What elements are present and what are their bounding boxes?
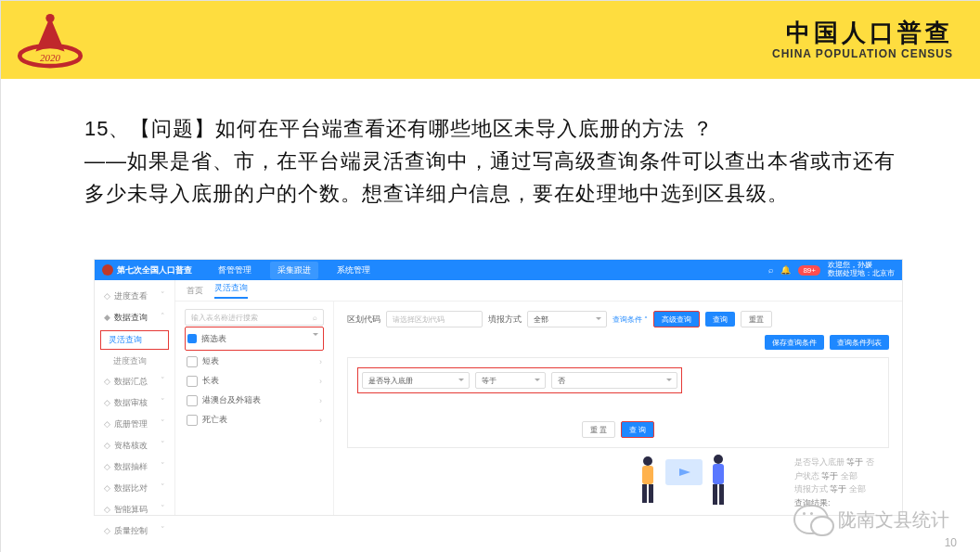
svg-rect-7 xyxy=(642,484,647,503)
svg-rect-6 xyxy=(642,466,653,484)
table-item-hk[interactable]: 港澳台及外籍表› xyxy=(185,391,324,410)
census-logo: 2020 xyxy=(14,10,86,70)
label-fillmode: 填报方式 xyxy=(488,314,522,326)
side-flexquery[interactable]: 灵活查询 xyxy=(100,330,169,350)
svg-rect-11 xyxy=(713,484,717,505)
svg-rect-10 xyxy=(713,464,724,484)
condition-panel: 是否导入底册 等于 否 重 置 查 询 xyxy=(347,357,889,448)
crumb-current: 灵活查询 xyxy=(214,282,248,299)
table-item-long[interactable]: 长表› xyxy=(185,371,324,391)
user-info: 欢迎您，孙媛 数据处理地：北京市 xyxy=(828,262,895,278)
areacode-input[interactable]: 请选择区划代码 xyxy=(386,311,483,327)
brand-title-en: CHINA POPULATION CENSUS xyxy=(772,47,953,60)
save-condition-button[interactable]: 保存查询条件 xyxy=(765,335,824,350)
svg-point-5 xyxy=(643,456,652,466)
question-text: 15、【问题】如何在平台端查看还有哪些地区未导入底册的方法 ？ ——如果是省、市… xyxy=(1,79,980,216)
crumb-home[interactable]: 首页 xyxy=(187,285,203,297)
table-item-short[interactable]: 短表› xyxy=(185,352,324,371)
app-logo-icon xyxy=(102,264,113,276)
census-logo-icon: 2020 xyxy=(14,10,86,70)
query-button[interactable]: 查询 xyxy=(705,312,735,327)
table-search-input[interactable]: 输入表名称进行搜索⌕ xyxy=(185,309,324,326)
cond-field-select[interactable]: 是否导入底册 xyxy=(362,372,470,389)
side-summary[interactable]: ◇数据汇总˅ xyxy=(95,371,174,392)
side-dataquery[interactable]: ◆数据查询˄ xyxy=(95,307,174,328)
svg-point-1 xyxy=(45,14,54,22)
brand-block: 中国人口普查 CHINA POPULATION CENSUS xyxy=(772,19,953,61)
search-icon[interactable]: ⌕ xyxy=(768,265,773,275)
table-item-death[interactable]: 死亡表› xyxy=(185,410,324,430)
svg-rect-12 xyxy=(719,484,724,505)
side-progquery[interactable]: 进度查询 xyxy=(95,352,174,371)
svg-text:2020: 2020 xyxy=(40,52,60,63)
query-form: 区划代码 请选择区划代码 填报方式 全部 查询条件 ˄ 高级查询 查询 重置 保… xyxy=(334,302,902,515)
svg-rect-8 xyxy=(649,484,653,503)
panel-reset-button[interactable]: 重 置 xyxy=(582,421,615,438)
question-line1: 15、【问题】如何在平台端查看还有哪些地区未导入底册的方法 ？ xyxy=(84,112,907,145)
table-list: 输入表名称进行搜索⌕ 摘选表 短表› 长表› 港澳台及外籍表› 死亡表› xyxy=(175,302,334,515)
side-quality[interactable]: ◇质量控制˅ xyxy=(95,520,174,542)
nav-tab-supervise[interactable]: 督管管理 xyxy=(211,262,259,279)
side-qualify[interactable]: ◇资格核改˅ xyxy=(95,435,174,456)
result-summary: 是否导入底册 等于 否 户状态 等于 全部 填报方式 等于 全部 查询结果: xyxy=(794,456,874,509)
advanced-query-button[interactable]: 高级查询 xyxy=(653,311,700,327)
notif-badge[interactable]: 89+ xyxy=(798,265,820,276)
panel-query-button[interactable]: 查 询 xyxy=(621,421,654,438)
side-sample[interactable]: ◇数据抽样˅ xyxy=(95,456,174,478)
watermark-text: 陇南文县统计 xyxy=(838,507,949,533)
app-sidebar: ◇进度查看˅ ◆数据查询˄ 灵活查询 进度查询 ◇数据汇总˅ ◇数据审核˅ ◇底… xyxy=(95,280,175,515)
nav-tab-system[interactable]: 系统管理 xyxy=(329,262,378,279)
slide-header: 2020 中国人口普查 CHINA POPULATION CENSUS xyxy=(1,1,980,79)
side-compare[interactable]: ◇数据比对˅ xyxy=(95,478,174,499)
question-line2: ——如果是省、市，在平台端灵活查询中，通过写高级查询条件可以查出本省或市还有多少… xyxy=(84,145,907,210)
table-item-summary[interactable]: 摘选表 xyxy=(185,327,324,351)
side-smart[interactable]: ◇智能算码˅ xyxy=(95,499,174,520)
nav-tab-collect[interactable]: 采集跟进 xyxy=(270,262,318,279)
fillmode-select[interactable]: 全部 xyxy=(527,311,607,327)
app-title: 第七次全国人口普查 xyxy=(117,264,192,276)
brand-title-cn: 中国人口普查 xyxy=(772,19,953,47)
side-progress[interactable]: ◇进度查看˅ xyxy=(95,286,174,307)
reset-button[interactable]: 重置 xyxy=(741,311,772,327)
condition-list-button[interactable]: 查询条件列表 xyxy=(830,335,889,350)
link-conditions[interactable]: 查询条件 ˄ xyxy=(612,315,648,325)
side-audit[interactable]: ◇数据审核˅ xyxy=(95,392,174,414)
illustration-icon xyxy=(614,441,744,515)
svg-point-9 xyxy=(714,455,723,464)
wechat-icon xyxy=(793,505,829,534)
app-navbar: 第七次全国人口普查 督管管理 采集跟进 系统管理 ⌕ 🔔 89+ 欢迎您，孙媛 … xyxy=(95,260,902,280)
condition-row: 是否导入底册 等于 否 xyxy=(357,367,682,393)
cond-value-select[interactable]: 否 xyxy=(551,372,677,389)
cond-op-select[interactable]: 等于 xyxy=(475,372,546,389)
app-screenshot: 第七次全国人口普查 督管管理 采集跟进 系统管理 ⌕ 🔔 89+ 欢迎您，孙媛 … xyxy=(94,259,903,516)
label-areacode: 区划代码 xyxy=(347,314,380,326)
breadcrumb: 首页 灵活查询 xyxy=(175,280,902,302)
page-number: 10 xyxy=(945,536,957,549)
watermark: 陇南文县统计 xyxy=(793,505,949,534)
bell-icon[interactable]: 🔔 xyxy=(780,265,791,275)
side-register[interactable]: ◇底册管理˅ xyxy=(95,414,174,435)
